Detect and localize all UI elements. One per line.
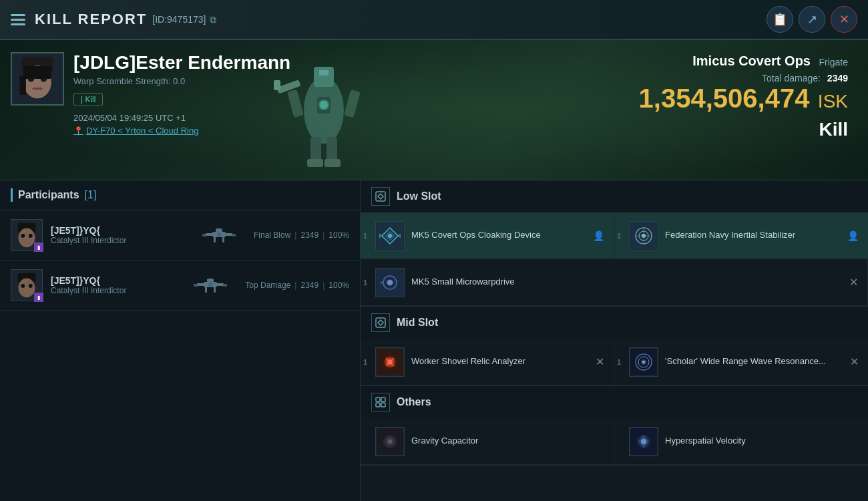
ship-icon [184,269,237,302]
item-number: 1 [363,279,367,287]
damage-label: Total damage: [762,73,821,84]
left-panel: Participants [1] ▮ [JE5T]}YQ{ [0,180,361,501]
clipboard-button[interactable]: 📋 [767,6,793,33]
item-info: MK5 Small Microwarpdrive [411,277,843,288]
svg-point-61 [387,280,393,285]
others-header: Others [361,386,868,418]
svg-rect-29 [224,233,232,236]
item-name: MK5 Covert Ops Cloaking Device [411,230,586,241]
slot-item: 1 Worker Shovel Relic Analyzer [361,339,614,385]
svg-rect-28 [206,233,214,236]
damage-value: 2349 [827,73,848,84]
kill-location[interactable]: 📍 DY-F70 < Yrton < Cloud Ring [73,126,337,136]
player-name: [JDLG]Ester Endermann [73,52,337,73]
svg-rect-76 [376,403,380,407]
svg-rect-32 [222,236,224,242]
menu-button[interactable] [11,14,25,25]
hero-section: [JDLG]Ester Endermann Warp Scramble Stre… [0,40,868,180]
low-slot-title: Low Slot [397,190,441,202]
participants-title: Participants [18,189,79,201]
stat-label: Top Damage [245,281,290,290]
kill-id: [ID:9475173] [152,14,206,25]
item-icon [629,221,658,251]
svg-point-25 [21,234,25,238]
hero-left: [JDLG]Ester Endermann Warp Scramble Stre… [0,40,347,180]
participant-avatar: ▮ [11,219,43,251]
item-number: 1 [363,358,367,366]
svg-rect-30 [216,228,222,232]
svg-point-40 [29,284,33,288]
participant-name: [JE5T]}YQ{ [51,275,176,286]
hero-right: Imicus Covert Ops Frigate Total damage: … [639,53,848,140]
svg-rect-19 [32,88,42,90]
svg-point-24 [19,228,35,247]
accent-bar [11,188,13,202]
svg-point-52 [388,234,392,238]
item-name: 'Scholar' Wide Range Wave Resonance... [665,356,843,367]
item-name: Worker Shovel Relic Analyzer [411,356,589,367]
ship-type: Frigate [819,57,848,67]
item-info: MK5 Covert Ops Cloaking Device [411,230,586,241]
participants-header: Participants [1] [0,180,360,210]
mid-slot-title: Mid Slot [397,317,438,329]
participant-info: [JE5T]}YQ{ Catalyst III Interdictor [51,225,184,245]
svg-rect-34 [202,234,206,236]
svg-rect-44 [207,279,214,283]
svg-point-85 [641,439,646,444]
slot-item: 1 'Scholar' Wide Range Wave Resonance... [614,339,868,385]
svg-rect-49 [223,284,227,287]
person-icon: 👤 [593,230,604,241]
export-button[interactable]: ↗ [799,6,825,33]
item-info: Hyperspatial Velocity [665,436,859,447]
svg-point-26 [29,234,33,238]
slot-item: 1 MK5 Small Microwarpdrive ✕ [361,259,868,306]
item-number: 1 [363,232,367,240]
item-number: 1 [617,232,621,240]
mid-slot-section: Mid Slot 1 [361,307,868,386]
svg-rect-46 [214,286,216,293]
svg-rect-21 [19,75,26,95]
warp-scramble: Warp Scramble Strength: 0.0 [73,76,337,86]
slot-item: 1 Federation Navy Inertial Stabilizer [614,212,868,259]
item-icon [629,427,658,456]
svg-rect-35 [232,234,236,236]
item-icon [375,268,405,297]
slot-item: Hyperspatial Velocity [614,418,868,465]
kill-date: 2024/05/04 19:49:25 UTC +1 [73,113,337,123]
svg-rect-75 [381,397,385,401]
stat-percent: 100% [329,281,349,290]
remove-icon[interactable]: ✕ [849,276,858,289]
person-icon: 👤 [847,230,859,241]
svg-point-47 [208,283,212,287]
ship-icon [192,218,246,252]
item-name: Federation Navy Inertial Stabilizer [665,230,841,241]
remove-icon[interactable]: ✕ [596,355,604,368]
copy-icon[interactable]: ⧉ [210,14,216,25]
kill-badge: | Kill [73,93,103,106]
isk-unit: ISK [818,91,848,112]
hero-info: [JDLG]Ester Endermann Warp Scramble Stre… [73,52,337,136]
kill-result: Kill [639,119,848,140]
low-slot-header: Low Slot [361,180,868,212]
svg-rect-74 [376,397,380,401]
ship-name: Imicus Covert Ops [692,53,811,68]
remove-icon[interactable]: ✕ [850,355,859,368]
rank-badge: ▮ [34,293,43,302]
svg-rect-45 [205,286,207,293]
low-slot-section: Low Slot 1 [361,180,868,307]
low-slot-icon [371,187,390,206]
avatar [11,52,64,106]
stat-damage: 2349 [300,230,318,240]
others-items: Gravity Capacitor Hyperspatial [361,418,868,465]
close-button[interactable]: ✕ [831,6,857,33]
slot-item: Gravity Capacitor [361,418,614,465]
svg-rect-77 [381,403,385,407]
stat-label: Final Blow [254,230,290,240]
header-actions: 📋 ↗ ✕ [767,6,857,33]
participant-name: [JE5T]}YQ{ [51,225,184,236]
stat-percent: 100% [329,230,349,240]
others-title: Others [397,396,431,408]
main-content: Participants [1] ▮ [JE5T]}YQ{ [0,180,868,501]
item-number: 1 [617,358,621,366]
item-info: Federation Navy Inertial Stabilizer [665,230,841,241]
